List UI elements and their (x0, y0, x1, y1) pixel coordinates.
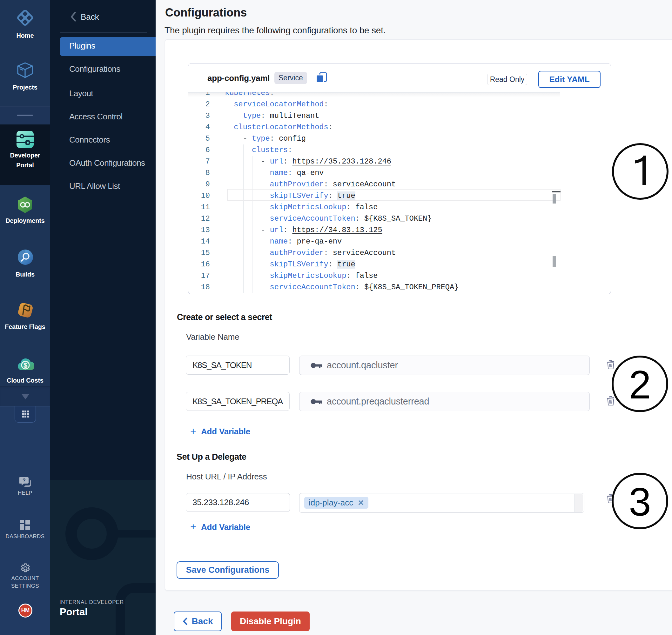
svg-text:?: ? (23, 478, 26, 483)
svg-text:$: $ (23, 361, 27, 369)
